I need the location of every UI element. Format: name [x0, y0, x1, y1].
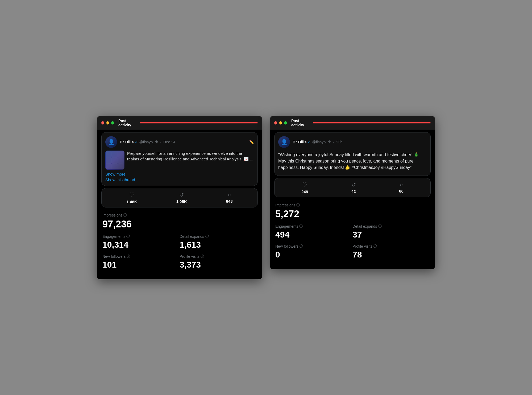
left-profile-visits-value: 3,373 — [180, 260, 257, 270]
left-author-name: Dr Bills — [120, 140, 134, 144]
left-phone-window: Post activity 👤 Dr Bills ✓ @fisayo_dr — [97, 116, 262, 279]
right-tweet-text: "Wishing everyone a joyful Sunday filled… — [278, 151, 427, 172]
left-tweet-ellipsis: ... — [250, 157, 253, 161]
detail-expands-info-icon-right: ⓘ — [378, 224, 382, 229]
profile-visits-info-icon-left: ⓘ — [201, 254, 204, 259]
left-retweets-count: 1.05K — [176, 199, 187, 204]
right-replies-count: 66 — [399, 189, 404, 193]
left-thumbnail-inner — [105, 151, 124, 170]
right-new-followers-value: 0 — [275, 250, 348, 260]
left-detail-expands-label: Detail expands ⓘ — [180, 234, 257, 239]
left-likes-count: 1.48K — [126, 199, 137, 204]
left-tweet-meta: Dr Bills ✓ @fisayo_dr · Dec 14 ✏️ — [120, 140, 254, 144]
right-profile-visits-value: 78 — [352, 250, 430, 260]
left-engagements-label: Engagements ⓘ — [102, 234, 175, 239]
left-impressions-value: 97,236 — [102, 219, 257, 230]
traffic-light-yellow-right[interactable] — [279, 121, 282, 124]
right-tweet-header: 👤 Dr Bills ✓ @fisayo_dr · 23h — [278, 136, 427, 148]
left-author-row: Dr Bills ✓ @fisayo_dr · Dec 14 ✏️ — [120, 140, 254, 144]
engagements-info-icon-left: ⓘ — [126, 234, 130, 239]
left-new-followers-label: New followers ⓘ — [102, 254, 175, 259]
right-detail-expands-cell: Detail expands ⓘ 37 — [352, 224, 430, 244]
left-engagement-bar: ♡ 1.48K ↺ 1.05K ○ 848 — [101, 188, 258, 207]
left-handle-date: @fisayo_dr · Dec 14 — [139, 140, 175, 144]
right-tweet-meta: Dr Bills ✓ @fisayo_dr · 23h — [293, 140, 427, 144]
left-avatar: 👤 — [105, 136, 117, 148]
left-new-followers-value: 101 — [102, 260, 175, 270]
right-new-followers-cell: New followers ⓘ 0 — [275, 244, 352, 264]
right-phone-window: Post activity 👤 Dr Bills ✓ @fisayo_dr — [270, 116, 435, 269]
traffic-light-red-right[interactable] — [274, 121, 277, 124]
left-edit-icon: ✏️ — [249, 140, 254, 144]
left-retweet-item: ↺ 1.05K — [176, 192, 187, 204]
left-tweet-text-block: Prepare yourself for an enriching experi… — [127, 151, 254, 170]
left-verified-icon: ✓ — [135, 140, 138, 144]
right-engagements-cell: Engagements ⓘ 494 — [275, 224, 352, 244]
right-retweets-count: 42 — [351, 189, 356, 194]
engagements-info-icon-right: ⓘ — [299, 224, 303, 229]
right-tweet-card: 👤 Dr Bills ✓ @fisayo_dr · 23h — [274, 132, 431, 176]
left-replies-item: ○ 848 — [226, 192, 232, 203]
traffic-light-red-left[interactable] — [101, 121, 104, 124]
traffic-light-green-left[interactable] — [111, 121, 114, 124]
right-new-followers-label: New followers ⓘ — [275, 244, 348, 249]
left-detail-expands-value: 1,613 — [180, 240, 257, 250]
new-followers-info-icon-right: ⓘ — [300, 244, 303, 249]
left-replies-count: 848 — [226, 199, 232, 203]
retweet-icon-right: ↺ — [351, 182, 356, 188]
left-profile-visits-label: Profile visits ⓘ — [180, 254, 257, 259]
right-engagement-bar: ♡ 249 ↺ 42 ○ 66 — [274, 178, 431, 197]
left-tweet-body: Prepare yourself for an enriching experi… — [105, 151, 254, 170]
left-title-bar: Post activity — [97, 116, 262, 130]
right-replies-item: ○ 66 — [399, 182, 404, 193]
left-likes-item: ♡ 1.48K — [126, 192, 137, 204]
reply-icon-right: ○ — [400, 182, 403, 188]
right-avatar: 👤 — [278, 136, 290, 148]
right-retweet-item: ↺ 42 — [351, 182, 356, 194]
right-profile-visits-cell: Profile visits ⓘ 78 — [352, 244, 430, 264]
traffic-light-green-right[interactable] — [284, 121, 287, 124]
traffic-light-yellow-left[interactable] — [106, 121, 109, 124]
left-engagements-cell: Engagements ⓘ 10,314 — [102, 234, 180, 254]
left-impressions-label: Impressions ⓘ — [102, 213, 257, 218]
right-likes-item: ♡ 249 — [301, 181, 308, 194]
left-progress-bar — [140, 122, 258, 123]
left-stats-section: Impressions ⓘ 97,236 Engagements ⓘ 10,31… — [97, 210, 262, 279]
right-detail-expands-value: 37 — [352, 230, 430, 240]
left-window-title: Post activity — [118, 119, 138, 127]
show-more-link[interactable]: Show more — [105, 172, 254, 176]
profile-visits-info-icon-right: ⓘ — [373, 244, 377, 249]
right-author-name: Dr Bills — [293, 140, 307, 144]
reply-icon-left: ○ — [228, 192, 231, 198]
impressions-info-icon-left: ⓘ — [123, 213, 127, 218]
right-author-row: Dr Bills ✓ @fisayo_dr · 23h — [293, 140, 427, 144]
right-detail-expands-label: Detail expands ⓘ — [352, 224, 430, 229]
right-impressions-label: Impressions ⓘ — [275, 203, 430, 207]
right-avatar-img: 👤 — [278, 136, 290, 148]
right-profile-visits-label: Profile visits ⓘ — [352, 244, 430, 249]
right-stats-section: Impressions ⓘ 5,272 Engagements ⓘ 494 — [270, 199, 435, 269]
right-progress-bar — [313, 122, 431, 123]
screen-container: Post activity 👤 Dr Bills ✓ @fisayo_dr — [97, 116, 435, 279]
right-window-content: 👤 Dr Bills ✓ @fisayo_dr · 23h — [270, 132, 435, 269]
heart-icon-right: ♡ — [302, 181, 307, 188]
right-window-title: Post activity — [291, 119, 311, 127]
right-title-bar: Post activity — [270, 116, 435, 130]
right-tweet-text-block: "Wishing everyone a joyful Sunday filled… — [278, 151, 427, 172]
left-tweet-thumbnail — [105, 151, 124, 170]
show-thread-link[interactable]: Show this thread — [105, 177, 254, 182]
left-tweet-text: Prepare yourself for an enriching experi… — [127, 151, 249, 161]
new-followers-info-icon-left: ⓘ — [127, 254, 130, 259]
right-engagements-label: Engagements ⓘ — [275, 224, 348, 229]
left-detail-expands-cell: Detail expands ⓘ 1,613 — [180, 234, 257, 254]
right-handle-date: @fisayo_dr · 23h — [312, 140, 343, 144]
left-tweet-card: 👤 Dr Bills ✓ @fisayo_dr · Dec 14 ✏️ — [101, 132, 258, 186]
right-stats-grid: Engagements ⓘ 494 Detail expands ⓘ 37 — [275, 224, 430, 264]
impressions-info-icon-right: ⓘ — [296, 203, 300, 207]
left-engagements-value: 10,314 — [102, 240, 175, 250]
left-new-followers-cell: New followers ⓘ 101 — [102, 254, 180, 274]
left-profile-visits-cell: Profile visits ⓘ 3,373 — [180, 254, 257, 274]
detail-expands-info-icon-left: ⓘ — [205, 234, 209, 239]
right-impressions-value: 5,272 — [275, 209, 430, 220]
retweet-icon-left: ↺ — [179, 192, 184, 198]
